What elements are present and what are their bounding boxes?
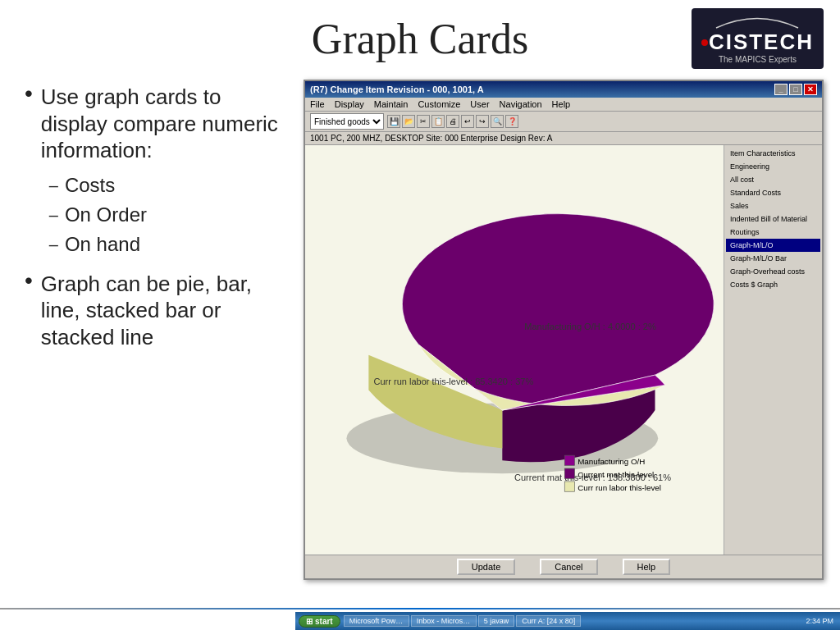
start-label: start	[315, 617, 333, 626]
sidebar-item-graph-mlo-bar[interactable]: Graph-M/L/O Bar	[726, 252, 820, 265]
toolbar-icons: 💾 📂 ✂ 📋 🖨 ↩ ↪ 🔍 ❓	[387, 115, 518, 128]
menu-customize[interactable]: Customize	[418, 99, 460, 109]
bullet-item-1: • Use graph cards to display compare num…	[25, 84, 287, 259]
toolbar-icon-8[interactable]: 🔍	[491, 115, 504, 128]
maximize-button[interactable]: □	[789, 84, 802, 95]
win-sidebar: Item Characteristics Engineering All cos…	[724, 145, 822, 555]
toolbar-icon-4[interactable]: 📋	[431, 115, 445, 128]
taskbar-item-java[interactable]: 5 javaw	[478, 615, 515, 627]
sidebar-item-graph-overhead[interactable]: Graph-Overhead costs	[726, 265, 820, 278]
menu-maintain[interactable]: Maintain	[374, 99, 409, 109]
sidebar-item-characteristics[interactable]: Item Characteristics	[726, 147, 820, 160]
main-content: • Use graph cards to display compare num…	[0, 71, 840, 588]
menu-help[interactable]: Help	[552, 99, 571, 109]
help-button[interactable]: Help	[623, 559, 671, 575]
taskbar-item-outlook[interactable]: Inbox - Microsoft Out...	[411, 615, 477, 627]
close-button[interactable]: ✕	[804, 84, 817, 95]
sidebar-item-graph-mlo[interactable]: Graph-M/L/O	[726, 239, 820, 252]
bullet-dot-1: •	[25, 82, 33, 105]
sub-item-costs: – Costs	[49, 171, 287, 200]
toolbar-icon-9[interactable]: ❓	[505, 115, 518, 128]
legend-color-labor	[564, 482, 574, 491]
sub-list-1: – Costs – On Order – On hand	[49, 171, 287, 259]
toolbar-dropdown[interactable]: Finished goods	[310, 113, 384, 130]
taskbar-item-ppt[interactable]: Microsoft PowerPoint...	[344, 615, 409, 627]
taskbar-items: Microsoft PowerPoint... Inbox - Microsof…	[344, 615, 800, 627]
sub-label-onhand: On hand	[65, 230, 140, 259]
minimize-button[interactable]: _	[774, 84, 788, 95]
dash-costs: –	[49, 173, 58, 198]
label-labor: Curr run labor this-level : 85.3420 : 37…	[374, 377, 534, 386]
win-infobar: 1001 PC, 200 MHZ, DESKTOP Site: 000 Ente…	[305, 132, 822, 145]
sidebar-item-costs-graph[interactable]: Costs $ Graph	[726, 278, 820, 291]
sub-label-onorder: On Order	[65, 200, 147, 230]
bullet-item-2: • Graph can be pie, bar, line, stacked b…	[25, 271, 287, 351]
sub-label-costs: Costs	[65, 171, 115, 200]
page-title: Graph Cards	[312, 15, 528, 63]
logo-box: CISTECH The MAPICS Experts	[692, 8, 824, 69]
toolbar-icon-2[interactable]: 📂	[402, 115, 415, 128]
logo-text-main: CISTECH	[709, 30, 814, 55]
sub-item-onorder: – On Order	[49, 200, 287, 230]
legend-label-labor: Curr run labor this-level	[578, 483, 661, 492]
bullet-text-1: Use graph cards to display compare numer…	[41, 84, 278, 162]
start-icon: ⊞	[306, 617, 313, 626]
toolbar-icon-6[interactable]: ↩	[461, 115, 474, 128]
sub-item-onhand: – On hand	[49, 230, 287, 259]
win-titlebar: (R7) Change Item Revision - 000, 1001, A…	[305, 81, 822, 98]
win-controls[interactable]: _ □ ✕	[774, 84, 817, 95]
logo-arc-svg	[712, 13, 802, 30]
logo-text-sub: The MAPICS Experts	[719, 55, 797, 64]
sidebar-item-sales[interactable]: Sales	[726, 199, 820, 212]
win-title-text: (R7) Change Item Revision - 000, 1001, A	[310, 84, 484, 94]
text-panel: • Use graph cards to display compare num…	[25, 80, 287, 580]
toolbar-icon-5[interactable]: 🖨	[446, 115, 459, 128]
update-button[interactable]: Update	[457, 559, 515, 575]
dash-onhand: –	[49, 232, 58, 257]
chart-area: Manufacturing O/H : 4.0000 : 2% Curr run…	[305, 145, 724, 555]
start-button[interactable]: ⊞ start	[299, 615, 340, 628]
toolbar-icon-1[interactable]: 💾	[387, 115, 400, 128]
taskbar-item-session[interactable]: Curr A: [24 x 80]	[516, 615, 581, 627]
sidebar-item-routings[interactable]: Routings	[726, 226, 820, 239]
label-mfg: Manufacturing O/H : 4.0000 : 2%	[524, 322, 656, 331]
slide-header: Graph Cards CISTECH The MAPICS Experts	[0, 0, 840, 71]
sidebar-item-bom[interactable]: Indented Bill of Material	[726, 212, 820, 226]
sidebar-item-stdcosts[interactable]: Standard Costs	[726, 186, 820, 199]
sidebar-item-allcost[interactable]: All cost	[726, 173, 820, 186]
legend-label-mat: Current mat this-level	[578, 470, 654, 479]
win-container: (R7) Change Item Revision - 000, 1001, A…	[304, 80, 824, 580]
sidebar-item-engineering[interactable]: Engineering	[726, 160, 820, 173]
legend-color-mat	[564, 468, 574, 478]
toolbar-icon-7[interactable]: ↪	[476, 115, 489, 128]
taskbar-clock: 2:34 PM	[802, 617, 837, 625]
toolbar-icon-3[interactable]: ✂	[417, 115, 430, 128]
bottom-divider	[0, 608, 840, 609]
menu-display[interactable]: Display	[335, 99, 364, 109]
menu-navigation[interactable]: Navigation	[500, 99, 542, 109]
pie-chart-svg: Manufacturing O/H : 4.0000 : 2% Curr run…	[313, 153, 715, 546]
win-menubar: File Display Maintain Customize User Nav…	[305, 98, 822, 112]
logo-dot	[701, 39, 708, 46]
win-bottombar: Update Cancel Help	[305, 555, 822, 578]
logo-area: CISTECH The MAPICS Experts	[692, 8, 824, 69]
bullet-text-2: Graph can be pie, bar, line, stacked bar…	[41, 271, 287, 351]
menu-user[interactable]: User	[470, 99, 489, 109]
dash-onorder: –	[49, 203, 58, 227]
win-body: Manufacturing O/H : 4.0000 : 2% Curr run…	[305, 145, 822, 555]
bullet-dot-2: •	[25, 269, 33, 292]
menu-file[interactable]: File	[310, 99, 325, 109]
cancel-button[interactable]: Cancel	[540, 559, 597, 575]
taskbar: ⊞ start Microsoft PowerPoint... Inbox - …	[295, 612, 840, 630]
legend-color-mfg	[564, 455, 574, 465]
legend-label-mfg: Manufacturing O/H	[578, 457, 645, 466]
screenshot-panel: (R7) Change Item Revision - 000, 1001, A…	[304, 80, 824, 580]
win-toolbar: Finished goods 💾 📂 ✂ 📋 🖨 ↩ ↪ 🔍 ❓	[305, 112, 822, 132]
